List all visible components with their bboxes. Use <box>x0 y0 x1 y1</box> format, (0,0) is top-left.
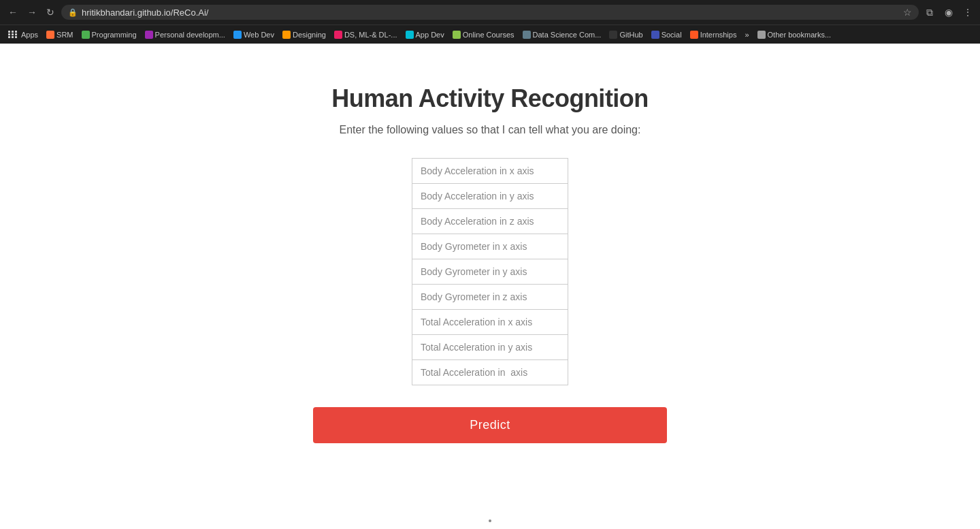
bookmark-data-science-com[interactable]: Data Science Com... <box>520 29 604 40</box>
bookmark-internships[interactable]: Internships <box>687 29 740 40</box>
bookmark-github[interactable]: GitHub <box>606 29 645 40</box>
body-gyro-x-input[interactable] <box>412 234 568 259</box>
bookmark-programming[interactable]: Programming <box>79 29 140 40</box>
bookmark-web-icon <box>233 31 242 39</box>
page-title: Human Activity Recognition <box>331 84 649 113</box>
bookmark-social-icon <box>651 31 659 39</box>
bookmark-srm-label: SRM <box>56 31 73 39</box>
bookmark-design-icon <box>282 31 291 39</box>
bookmark-prog-label: Programming <box>92 31 137 39</box>
bookmark-design-label: Designing <box>293 31 326 39</box>
bookmark-ds-ml[interactable]: DS, ML-& DL-... <box>331 29 400 40</box>
menu-icon[interactable]: ⋮ <box>961 5 975 19</box>
bookmark-github-icon <box>609 31 617 39</box>
total-acc-x-input[interactable] <box>412 309 568 334</box>
bookmark-more[interactable]: » <box>742 29 751 40</box>
bookmark-star-icon: ☆ <box>903 7 912 18</box>
bookmark-social-label: Social <box>662 31 682 39</box>
body-gyro-y-input[interactable] <box>412 259 568 284</box>
bookmark-datasci-icon <box>523 31 531 39</box>
bookmark-srm[interactable]: SRM <box>44 29 76 40</box>
bookmark-github-label: GitHub <box>619 31 642 39</box>
browser-toolbar: ← → ↻ 🔒 hritikbhandari.github.io/ReCo.Ai… <box>0 0 980 25</box>
scroll-indicator <box>489 519 491 522</box>
bookmark-other-label: Other bookmarks... <box>768 31 832 39</box>
bookmark-intern-icon <box>690 31 698 39</box>
bookmark-appdev-label: App Dev <box>416 31 444 39</box>
total-acc-z-input[interactable] <box>412 359 568 385</box>
bookmark-prog-icon <box>82 31 90 39</box>
body-gyro-z-input[interactable] <box>412 284 568 309</box>
lock-icon: 🔒 <box>68 8 78 17</box>
body-acc-z-input[interactable] <box>412 208 568 234</box>
bookmark-app-dev[interactable]: App Dev <box>403 29 447 40</box>
bookmark-personal-label: Personal developm... <box>155 31 225 39</box>
bookmark-online-courses[interactable]: Online Courses <box>450 29 517 40</box>
bookmark-personal-icon <box>145 31 153 39</box>
bookmark-other-icon <box>757 31 766 39</box>
body-acc-x-input[interactable] <box>412 158 568 183</box>
browser-chrome: ← → ↻ 🔒 hritikbhandari.github.io/ReCo.Ai… <box>0 0 980 44</box>
apps-grid-icon <box>8 31 18 38</box>
bookmark-ds-label: DS, ML-& DL-... <box>344 31 397 39</box>
total-acc-y-input[interactable] <box>412 334 568 359</box>
bookmark-ds-icon <box>334 31 342 39</box>
bookmark-apps[interactable]: Apps <box>5 29 41 40</box>
bookmark-datasci-label: Data Science Com... <box>533 31 602 39</box>
bookmark-other[interactable]: Other bookmarks... <box>755 29 834 40</box>
bookmark-more-label: » <box>745 31 749 39</box>
forward-button[interactable]: → <box>24 5 39 19</box>
page-subtitle: Enter the following values so that I can… <box>340 124 641 136</box>
extensions-icon[interactable]: ⧉ <box>923 5 936 19</box>
url-display: hritikbhandari.github.io/ReCo.Ai/ <box>82 7 899 18</box>
page-content: Human Activity Recognition Enter the fol… <box>0 44 980 529</box>
input-form <box>412 158 568 385</box>
bookmark-web-dev[interactable]: Web Dev <box>231 29 277 40</box>
bookmark-appdev-icon <box>406 31 414 39</box>
address-bar[interactable]: 🔒 hritikbhandari.github.io/ReCo.Ai/ ☆ <box>61 5 919 20</box>
profile-icon[interactable]: ◉ <box>942 5 956 19</box>
bookmark-social[interactable]: Social <box>649 29 685 40</box>
bookmark-personal-dev[interactable]: Personal developm... <box>142 29 228 40</box>
body-acc-y-input[interactable] <box>412 183 568 208</box>
predict-button[interactable]: Predict <box>313 407 667 443</box>
bookmark-srm-icon <box>46 31 54 39</box>
bookmark-courses-label: Online Courses <box>463 31 514 39</box>
toolbar-icons: ⧉ ◉ ⋮ <box>923 5 975 19</box>
bookmark-designing[interactable]: Designing <box>280 29 329 40</box>
bookmarks-bar: Apps SRM Programming Personal developm..… <box>0 25 980 44</box>
back-button[interactable]: ← <box>5 5 20 19</box>
bookmark-courses-icon <box>453 31 461 39</box>
bookmark-apps-label: Apps <box>21 31 38 39</box>
reload-button[interactable]: ↻ <box>44 5 57 19</box>
bookmark-web-label: Web Dev <box>244 31 274 39</box>
bookmark-intern-label: Internships <box>700 31 737 39</box>
